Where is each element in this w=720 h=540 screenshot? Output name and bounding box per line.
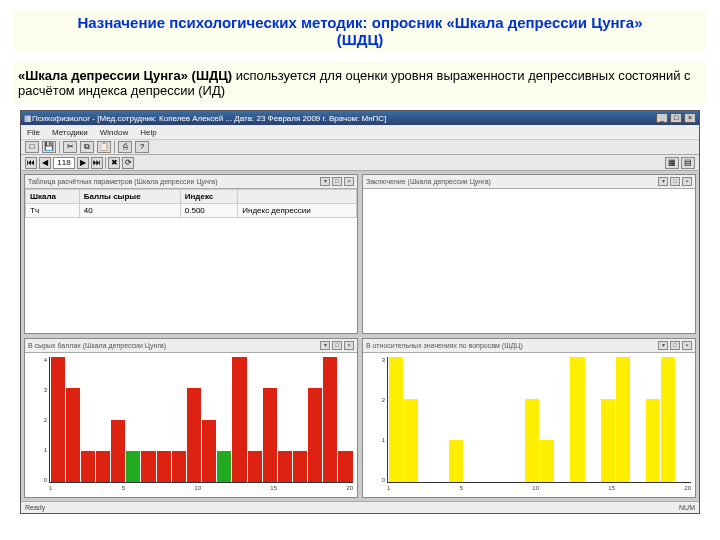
chart-bar xyxy=(248,451,262,482)
chart-bar xyxy=(232,357,246,482)
app-icon: ▦ xyxy=(24,114,32,123)
table-row[interactable]: Тч 40 0.500 Индекс депрессии xyxy=(26,204,357,218)
record-navigator: ⏮ ◀ 118 ▶ ⏭ ✖ ⟳ ▦ ▤ xyxy=(21,155,699,171)
pane-maximize-icon[interactable]: □ xyxy=(670,341,680,350)
chart-bar xyxy=(570,357,584,482)
slide-title: Назначение психологических методик: опро… xyxy=(10,6,710,56)
nav-prev-icon[interactable]: ◀ xyxy=(39,157,51,169)
slide-description: «Шкала депрессии Цунга» (ШДЦ) использует… xyxy=(10,58,710,108)
toolbar-separator xyxy=(59,141,60,153)
nav-first-icon[interactable]: ⏮ xyxy=(25,157,37,169)
chart-bar xyxy=(338,451,352,482)
chart-bar xyxy=(263,388,277,482)
maximize-button[interactable]: □ xyxy=(670,113,682,123)
parameters-table: Шкала Баллы сырые Индекс Тч 40 0.500 Инд… xyxy=(25,189,357,218)
chart-bar xyxy=(157,451,171,482)
pane-title: Заключение (Шкала депрессии Цунга) xyxy=(366,178,491,185)
toolbar-separator xyxy=(114,141,115,153)
menu-help[interactable]: Help xyxy=(140,128,156,137)
minimize-button[interactable]: _ xyxy=(656,113,668,123)
menu-window[interactable]: Window xyxy=(100,128,128,137)
chart-bar xyxy=(404,399,418,482)
chart-bar xyxy=(217,451,231,482)
chart-bar xyxy=(449,440,463,482)
table-header-row: Шкала Баллы сырые Индекс xyxy=(26,190,357,204)
toolbar-copy-icon[interactable]: ⧉ xyxy=(80,141,94,153)
chart-bar xyxy=(202,420,216,483)
pane-collapse-icon[interactable]: ▾ xyxy=(320,341,330,350)
chart-bar xyxy=(308,388,322,482)
pane-raw-chart: В сырых баллах (Шкала депрессии Цунга) ▾… xyxy=(24,338,358,498)
chart-bar xyxy=(540,440,554,482)
close-button[interactable]: × xyxy=(684,113,696,123)
chart-bar xyxy=(141,451,155,482)
pane-maximize-icon[interactable]: □ xyxy=(332,341,342,350)
chart-bar xyxy=(661,357,675,482)
col-raw: Баллы сырые xyxy=(79,190,180,204)
pane-title: Таблица расчётных параметров (Шкала депр… xyxy=(28,178,218,185)
nav-record-number[interactable]: 118 xyxy=(53,157,75,169)
toolbar-chart-icon[interactable]: ▤ xyxy=(681,157,695,169)
status-text: Ready xyxy=(25,504,45,511)
col-index: Индекс xyxy=(180,190,237,204)
chart-bar xyxy=(616,357,630,482)
chart-bar xyxy=(51,357,65,482)
toolbar-new-icon[interactable]: □ xyxy=(25,141,39,153)
pane-maximize-icon[interactable]: □ xyxy=(670,177,680,186)
chart-bar xyxy=(525,399,539,482)
nav-last-icon[interactable]: ⏭ xyxy=(91,157,103,169)
pane-relative-chart: В относительных значениях по вопросам (Ш… xyxy=(362,338,696,498)
chart-bar xyxy=(81,451,95,482)
panes-grid: Таблица расчётных параметров (Шкала депр… xyxy=(21,171,699,501)
pane-title: В сырых баллах (Шкала депрессии Цунга) xyxy=(28,342,166,349)
window-titlebar: ▦ Психофизиолог - [Мед.сотрудник: Копеле… xyxy=(21,111,699,125)
chart-bar xyxy=(187,388,201,482)
toolbar-save-icon[interactable]: 💾 xyxy=(42,141,56,153)
nav-refresh-icon[interactable]: ⟳ xyxy=(122,157,134,169)
chart-bar xyxy=(172,451,186,482)
toolbar-help-icon[interactable]: ? xyxy=(135,141,149,153)
status-bar: Ready NUM xyxy=(21,501,699,513)
nav-delete-icon[interactable]: ✖ xyxy=(108,157,120,169)
chart-bar xyxy=(293,451,307,482)
pane-collapse-icon[interactable]: ▾ xyxy=(658,177,668,186)
relative-score-chart: 3210 15101520 xyxy=(363,353,695,497)
pane-close-icon[interactable]: × xyxy=(344,341,354,350)
toolbar-separator xyxy=(105,157,106,169)
pane-conclusion: Заключение (Шкала депрессии Цунга) ▾ □ × xyxy=(362,174,696,334)
menu-methods[interactable]: Методики xyxy=(52,128,88,137)
pane-close-icon[interactable]: × xyxy=(682,341,692,350)
chart-bar xyxy=(323,357,337,482)
col-desc xyxy=(238,190,357,204)
pane-close-icon[interactable]: × xyxy=(682,177,692,186)
pane-collapse-icon[interactable]: ▾ xyxy=(658,341,668,350)
raw-score-chart: 43210 15101520 xyxy=(25,353,357,497)
toolbar-layout-icon[interactable]: ▦ xyxy=(665,157,679,169)
chart-bar xyxy=(66,388,80,482)
chart-bar xyxy=(96,451,110,482)
pane-collapse-icon[interactable]: ▾ xyxy=(320,177,330,186)
pane-maximize-icon[interactable]: □ xyxy=(332,177,342,186)
pane-close-icon[interactable]: × xyxy=(344,177,354,186)
col-scale: Шкала xyxy=(26,190,80,204)
nav-next-icon[interactable]: ▶ xyxy=(77,157,89,169)
pane-parameters-table: Таблица расчётных параметров (Шкала депр… xyxy=(24,174,358,334)
pane-title: В относительных значениях по вопросам (Ш… xyxy=(366,342,523,349)
window-title: Психофизиолог - [Мед.сотрудник: Копелев … xyxy=(32,114,656,123)
menu-file[interactable]: File xyxy=(27,128,40,137)
toolbar-paste-icon[interactable]: 📋 xyxy=(97,141,111,153)
toolbar-cut-icon[interactable]: ✂ xyxy=(63,141,77,153)
chart-bar xyxy=(646,399,660,482)
chart-bar xyxy=(126,451,140,482)
chart-bar xyxy=(389,357,403,482)
chart-bar xyxy=(111,420,125,483)
app-window: ▦ Психофизиолог - [Мед.сотрудник: Копеле… xyxy=(20,110,700,514)
chart-bar xyxy=(601,399,615,482)
status-num: NUM xyxy=(679,504,695,511)
toolbar-print-icon[interactable]: ⎙ xyxy=(118,141,132,153)
menu-bar: File Методики Window Help xyxy=(21,125,699,139)
chart-bar xyxy=(278,451,292,482)
toolbar: □ 💾 ✂ ⧉ 📋 ⎙ ? xyxy=(21,139,699,155)
